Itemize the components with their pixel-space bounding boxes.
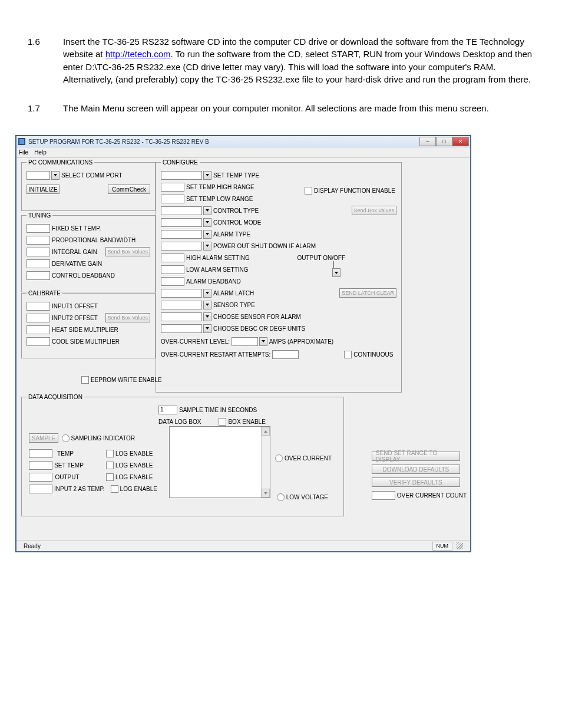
eeprom-row: EEPROM WRITE ENABLE <box>81 376 162 384</box>
control-type-field[interactable] <box>161 206 202 215</box>
temp-log-checkbox[interactable] <box>106 450 114 457</box>
tuning-send-button[interactable]: Send Box Values <box>105 247 150 256</box>
oc-level-field[interactable] <box>232 337 258 346</box>
initialize-button[interactable]: INITIALIZE <box>27 185 59 194</box>
alarm-type-dd-icon[interactable] <box>203 230 211 239</box>
log-enable-label: LOG ENABLE <box>115 450 153 457</box>
alarm-latch-label: ALARM LATCH <box>213 290 254 297</box>
comm-port-dropdown-icon[interactable] <box>51 171 59 180</box>
oc-restart-field[interactable] <box>272 350 299 359</box>
verify-defaults-button[interactable]: VERIFY DEFAULTS <box>372 477 460 487</box>
commcheck-button[interactable]: CommCheck <box>108 185 150 194</box>
logbox-scrollbar[interactable] <box>261 427 270 498</box>
settemp-log-checkbox[interactable] <box>106 462 114 469</box>
set-temp-type-dd-icon[interactable] <box>203 171 211 180</box>
eeprom-checkbox[interactable] <box>81 376 89 384</box>
amps-label: AMPS (APPROXIMATE) <box>269 338 333 345</box>
step-body: The Main Menu screen will appear on your… <box>63 102 534 114</box>
menu-file[interactable]: File <box>19 149 28 156</box>
control-mode-label: CONTROL MODE <box>213 219 261 226</box>
control-mode-dd-icon[interactable] <box>203 218 211 227</box>
sample-time-field[interactable]: 1 <box>158 406 177 414</box>
power-out-field[interactable] <box>161 242 202 251</box>
box-enable-checkbox[interactable] <box>219 418 226 426</box>
sampling-ind-label: SAMPLING INDICATOR <box>71 435 135 442</box>
choose-sensor-field[interactable] <box>161 312 202 321</box>
menu-help[interactable]: Help <box>34 149 47 156</box>
output-onoff-field[interactable] <box>333 261 334 269</box>
box-enable-label: BOX ENABLE <box>228 419 265 425</box>
sampling-indicator-radio[interactable] <box>62 434 70 442</box>
int-gain-field[interactable] <box>27 248 50 256</box>
set-high-field[interactable] <box>161 183 184 192</box>
der-gain-field[interactable] <box>27 259 50 268</box>
temp-label: TEMP <box>54 450 77 457</box>
log-enable-label: LOG ENABLE <box>115 462 153 469</box>
step-number: 1.6 <box>28 35 63 85</box>
maximize-button[interactable]: □ <box>436 137 452 146</box>
send-latch-button[interactable]: SEND LATCH CLEAR <box>339 288 396 298</box>
continuous-checkbox[interactable] <box>344 351 352 358</box>
low-alarm-field[interactable] <box>161 265 184 274</box>
cool-label: COOL SIDE MULTIPLIER <box>52 338 120 345</box>
alarm-type-field[interactable] <box>161 230 202 239</box>
temp-field[interactable] <box>29 449 52 458</box>
control-type-dd-icon[interactable] <box>203 206 211 215</box>
scroll-up-icon[interactable] <box>262 427 270 436</box>
high-alarm-field[interactable] <box>161 253 184 262</box>
choose-sensor-dd-icon[interactable] <box>203 312 211 321</box>
tetech-link[interactable]: http://tetech.com <box>105 49 171 59</box>
download-defaults-button[interactable]: DOWNLOAD DEFAULTS <box>372 465 460 474</box>
minimize-button[interactable]: – <box>419 137 436 146</box>
choose-units-dd-icon[interactable] <box>203 324 211 333</box>
prop-bw-label: PROPORTIONAL BANDWIDTH <box>52 237 135 243</box>
sample-button[interactable]: SAMPLE <box>29 433 58 443</box>
deadband-field[interactable] <box>27 271 50 280</box>
in2temp-field[interactable] <box>29 485 52 493</box>
heat-mult-field[interactable] <box>27 325 50 334</box>
cool-mult-field[interactable] <box>27 337 50 346</box>
sensor-type-field[interactable] <box>161 301 202 309</box>
power-out-dd-icon[interactable] <box>203 242 211 251</box>
comm-port-field[interactable] <box>27 171 50 180</box>
alarm-db-field[interactable] <box>161 277 184 286</box>
window-title: SETUP PROGRAM FOR TC-36-25 RS232 - TC-36… <box>28 139 419 145</box>
set-high-label: SET TEMP HIGH RANGE <box>186 184 254 190</box>
in2temp-log-checkbox[interactable] <box>111 485 118 493</box>
set-low-field[interactable] <box>161 195 184 203</box>
over-current-radio[interactable] <box>275 454 283 462</box>
output-log-checkbox[interactable] <box>106 473 114 481</box>
scroll-down-icon[interactable] <box>262 489 270 498</box>
oc-level-dd-icon[interactable] <box>259 337 267 346</box>
resize-grip-icon[interactable] <box>456 542 463 549</box>
alarm-latch-dd-icon[interactable] <box>203 289 211 298</box>
alarm-type-label: ALARM TYPE <box>213 231 250 238</box>
control-mode-field[interactable] <box>161 218 202 227</box>
over-current-count-field[interactable] <box>372 491 395 500</box>
fixed-set-field[interactable] <box>27 224 50 233</box>
in1-offset-field[interactable] <box>27 302 50 311</box>
close-button[interactable]: ✕ <box>452 137 469 146</box>
daq-legend: DATA ACQUISITION <box>27 394 84 400</box>
in2-label: INPUT2 OFFSET <box>52 315 98 321</box>
set-low-label: SET TEMP LOW RANGE <box>186 196 253 202</box>
data-log-box[interactable] <box>169 426 270 498</box>
display-enable-checkbox[interactable] <box>305 187 312 195</box>
output-onoff-dd-icon[interactable] <box>332 268 340 277</box>
cfg-send-button[interactable]: Send Box Values <box>352 206 396 215</box>
settemp-field[interactable] <box>29 461 52 470</box>
alarm-latch-field[interactable] <box>161 289 202 298</box>
cal-send-button[interactable]: Send Box Values <box>105 313 150 322</box>
choose-units-field[interactable] <box>161 324 202 333</box>
low-voltage-radio[interactable] <box>277 493 285 501</box>
prop-bw-field[interactable] <box>27 236 50 245</box>
sensor-type-dd-icon[interactable] <box>203 301 211 309</box>
in2temp-label: INPUT 2 AS TEMP. <box>54 486 105 492</box>
low-voltage-label: LOW VOLTAGE <box>286 494 328 500</box>
calibrate-group: CALIBRATE INPUT1 OFFSET INPUT2 OFFSETSen… <box>21 290 156 358</box>
in2-offset-field[interactable] <box>27 314 50 322</box>
output-field[interactable] <box>29 473 52 482</box>
set-temp-type-field[interactable] <box>161 171 202 180</box>
send-set-range-button[interactable]: SEND SET RANGE TO DISPLAY <box>372 452 460 461</box>
choose-units-label: CHOOSE DEGC OR DEGF UNITS <box>213 325 305 332</box>
